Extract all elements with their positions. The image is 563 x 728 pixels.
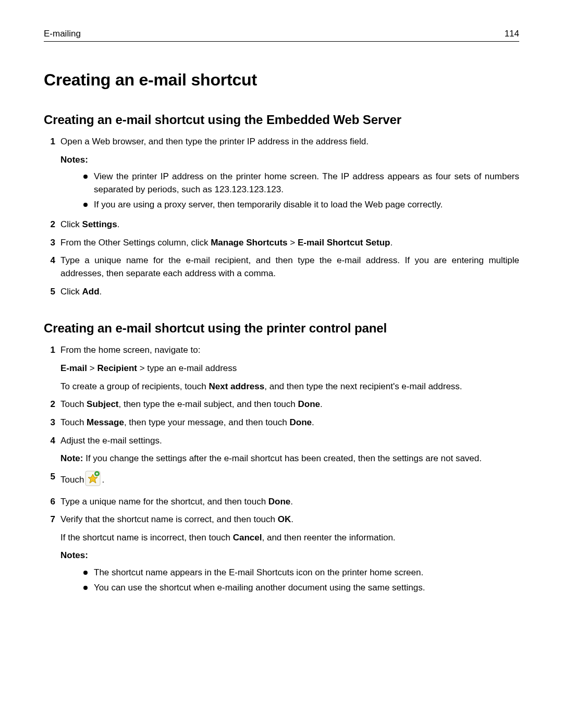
note-item: View the printer IP address on the print… xyxy=(83,170,519,196)
header-page-number: 114 xyxy=(505,29,519,39)
section-b-step-6: 6 Type a unique name for the shortcut, a… xyxy=(44,496,519,509)
step-number: 4 xyxy=(44,435,55,448)
section-b-step-1: 1 From the home screen, navigate to: E-m… xyxy=(44,344,519,393)
bullet-icon xyxy=(83,586,88,590)
notes-list: View the printer IP address on the print… xyxy=(60,170,519,211)
section-b-step-3: 3 Touch Message, then type your message,… xyxy=(44,416,519,429)
step-text: Open a Web browser, and then type the pr… xyxy=(60,137,369,146)
note-item: The shortcut name appears in the E-mail … xyxy=(83,566,519,579)
step-number: 4 xyxy=(44,254,55,267)
step-number: 6 xyxy=(44,496,55,509)
step-extra: To create a group of recipients, touch N… xyxy=(60,380,519,393)
section-a-step-1: 1 Open a Web browser, and then type the … xyxy=(44,135,519,213)
step-number: 5 xyxy=(44,286,55,299)
step-number: 2 xyxy=(44,218,55,231)
step-number: 5 xyxy=(44,471,55,484)
bullet-icon xyxy=(83,175,88,179)
section-a-step-5: 5 Click Add. xyxy=(44,286,519,299)
section-a-heading: Creating an e-mail shortcut using the Em… xyxy=(44,113,519,127)
note-item: You can use the shortcut when e-mailing … xyxy=(83,582,519,595)
nav-path: E-mail > Recipient > type an e-mail addr… xyxy=(60,362,519,375)
step-number: 7 xyxy=(44,513,55,526)
svg-rect-4 xyxy=(97,473,98,475)
section-a-step-4: 4 Type a unique name for the e-mail reci… xyxy=(44,254,519,280)
page: E-mailing 114 Creating an e-mail shortcu… xyxy=(0,0,563,728)
step-number: 2 xyxy=(44,398,55,411)
notes-label: Notes: xyxy=(60,549,519,562)
notes-label: Notes: xyxy=(60,154,519,167)
section-b-step-5: 5 Touch . xyxy=(44,471,519,490)
section-b-step-4: 4 Adjust the e-mail settings. Note: If y… xyxy=(44,435,519,465)
step-number: 3 xyxy=(44,237,55,250)
step-extra: If the shortcut name is incorrect, then … xyxy=(60,532,519,545)
step-number: 1 xyxy=(44,135,55,149)
note: Note: If you change the settings after t… xyxy=(60,452,519,465)
section-b-step-2: 2 Touch Subject, then type the e-mail su… xyxy=(44,398,519,411)
step-number: 3 xyxy=(44,416,55,429)
section-a-step-3: 3 From the Other Settings column, click … xyxy=(44,237,519,250)
bullet-icon xyxy=(83,571,88,575)
note-item: If you are using a proxy server, then te… xyxy=(83,199,519,212)
bullet-icon xyxy=(83,203,88,207)
section-a-step-2: 2 Click Settings. xyxy=(44,218,519,231)
running-header: E-mailing 114 xyxy=(44,29,519,42)
section-b-heading: Creating an e-mail shortcut using the pr… xyxy=(44,321,519,336)
step-number: 1 xyxy=(44,344,55,357)
header-section: E-mailing xyxy=(44,29,81,39)
star-add-icon xyxy=(85,471,101,490)
notes-list: The shortcut name appears in the E-mail … xyxy=(60,566,519,594)
section-b-step-7: 7 Verify that the shortcut name is corre… xyxy=(44,513,519,596)
page-title: Creating an e-mail shortcut xyxy=(44,70,519,90)
